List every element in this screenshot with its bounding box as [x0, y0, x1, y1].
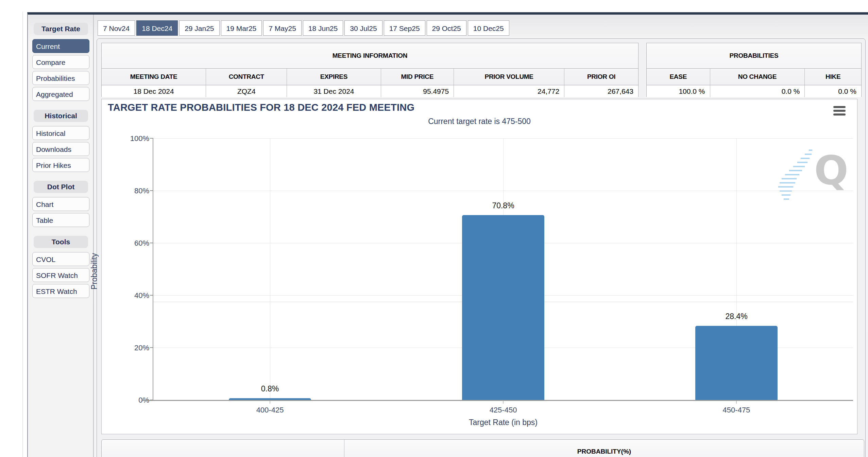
tab-29-oct25[interactable]: 29 Oct25	[427, 20, 466, 36]
ytick-label-80: 80%	[134, 187, 149, 195]
col-no-change: NO CHANGE	[710, 69, 805, 85]
col-mid-price: MID PRICE	[381, 69, 454, 85]
ytick-label-60: 60%	[134, 239, 149, 248]
bar-slot-450-475: 28.4%	[695, 139, 778, 400]
bar-value-400-425: 0.8%	[229, 384, 311, 393]
sidebar-item-aggregated[interactable]: Aggregated	[32, 87, 89, 101]
tab-7-nov24[interactable]: 7 Nov24	[98, 20, 135, 36]
cell-mid-price: 95.4975	[381, 85, 454, 97]
ytick-label-100: 100%	[130, 134, 149, 143]
cell-meeting-date: 18 Dec 2024	[102, 85, 206, 97]
sidebar-item-compare[interactable]: Compare	[32, 55, 89, 69]
bar-slot-400-425: 0.8%	[229, 139, 311, 400]
ytick-80	[150, 190, 153, 191]
probabilities-header-row: EASE NO CHANGE HIKE	[647, 68, 861, 85]
col-prior-volume: PRIOR VOLUME	[454, 69, 564, 85]
ytick-label-20: 20%	[134, 344, 149, 352]
ytick-20	[150, 347, 153, 348]
y-axis-title: Probability	[90, 237, 99, 305]
col-prior-oi: PRIOR OI	[564, 69, 638, 85]
sidebar-item-cvol[interactable]: CVOL	[32, 252, 89, 266]
bar-value-425-450: 70.8%	[462, 201, 544, 210]
chart-title: TARGET RATE PROBABILITIES FOR 18 DEC 202…	[108, 102, 414, 113]
meeting-information-header-row: MEETING DATE CONTRACT EXPIRES MID PRICE …	[102, 68, 638, 85]
tab-29-jan25[interactable]: 29 Jan25	[179, 20, 219, 36]
cell-prior-oi: 267,643	[564, 85, 638, 97]
sidebar-header-historical: Historical	[34, 110, 88, 122]
fedwatch-app: Target Rate Current Compare Probabilitie…	[27, 12, 868, 457]
bar-450-475[interactable]	[695, 326, 778, 400]
tab-17-sep25[interactable]: 17 Sep25	[384, 20, 425, 36]
x-axis-title: Target Rate (in bps)	[153, 418, 853, 427]
tab-19-mar25[interactable]: 19 Mar25	[221, 20, 262, 36]
bar-425-450[interactable]	[462, 215, 544, 400]
ytick-label-40: 40%	[134, 291, 149, 300]
col-hike: HIKE	[804, 69, 861, 85]
sidebar-item-downloads[interactable]: Downloads	[32, 142, 89, 156]
ytick-40	[150, 295, 153, 296]
tab-18-jun25[interactable]: 18 Jun25	[303, 20, 343, 36]
cell-prior-volume: 24,772	[454, 85, 564, 97]
sidebar-header-tools: Tools	[34, 236, 88, 248]
xcat-label-425-450: 425-450	[490, 406, 517, 415]
chart-menu-icon[interactable]	[833, 106, 846, 116]
bar-slot-425-450: 70.8%	[462, 139, 544, 400]
chart-subtitle: Current target rate is 475-500	[102, 117, 857, 126]
meeting-information-title: MEETING INFORMATION	[102, 43, 638, 68]
sidebar-item-sofr-watch[interactable]: SOFR Watch	[32, 268, 89, 282]
cell-ease: 100.0 %	[647, 85, 710, 97]
content-container: MEETING INFORMATION MEETING DATE CONTRAC…	[97, 38, 866, 457]
probabilities-title: PROBABILITIES	[647, 43, 861, 68]
sidebar-divider	[93, 15, 94, 457]
tab-18-dec24[interactable]: 18 Dec24	[136, 20, 178, 36]
page-left-divider	[22, 12, 23, 457]
col-ease: EASE	[647, 69, 710, 85]
sidebar-item-table[interactable]: Table	[32, 213, 89, 227]
sidebar-item-estr-watch[interactable]: ESTR Watch	[32, 284, 89, 298]
ytick-100	[150, 138, 153, 139]
meeting-information-panel: MEETING INFORMATION MEETING DATE CONTRAC…	[101, 43, 639, 97]
tab-7-may25[interactable]: 7 May25	[263, 20, 302, 36]
bottom-table-left-header	[102, 440, 344, 457]
col-contract: CONTRACT	[206, 69, 287, 85]
sidebar-item-current[interactable]: Current	[32, 39, 89, 53]
tab-30-jul25[interactable]: 30 Jul25	[344, 20, 382, 36]
cell-contract: ZQZ4	[206, 85, 287, 97]
tab-10-dec25[interactable]: 10 Dec25	[468, 20, 509, 36]
sidebar-item-historical[interactable]: Historical	[32, 126, 89, 140]
sidebar-item-probabilities[interactable]: Probabilities	[32, 71, 89, 85]
cell-expires: 31 Dec 2024	[287, 85, 380, 97]
plot-area: 0% 20% 40% 60% 80% 100% 0.8% 70.8% 28.4%	[153, 139, 853, 400]
ytick-60	[150, 243, 153, 243]
x-axis-line	[142, 400, 853, 401]
bar-value-450-475: 28.4%	[695, 312, 778, 321]
sidebar-header-target-rate: Target Rate	[34, 23, 88, 35]
sidebar-item-prior-hikes[interactable]: Prior Hikes	[32, 158, 89, 172]
cell-no-change: 0.0 %	[710, 85, 805, 97]
probabilities-panel: PROBABILITIES EASE NO CHANGE HIKE 100.0 …	[646, 43, 862, 97]
sidebar-header-dot-plot: Dot Plot	[34, 181, 88, 193]
sidebar-item-chart[interactable]: Chart	[32, 197, 89, 211]
col-meeting-date: MEETING DATE	[102, 69, 206, 85]
bottom-table-probability-header: PROBABILITY(%)	[344, 440, 864, 457]
xcat-label-450-475: 450-475	[723, 406, 750, 415]
target-rate-chart-panel: TARGET RATE PROBABILITIES FOR 18 DEC 202…	[101, 99, 857, 434]
bottom-probability-table: PROBABILITY(%)	[101, 439, 864, 457]
cell-hike: 0.0 %	[804, 85, 861, 97]
meeting-information-data-row: 18 Dec 2024 ZQZ4 31 Dec 2024 95.4975 24,…	[102, 85, 638, 97]
xcat-label-400-425: 400-425	[256, 406, 284, 415]
sidebar: Target Rate Current Compare Probabilitie…	[32, 23, 89, 300]
probabilities-data-row: 100.0 % 0.0 % 0.0 %	[647, 85, 861, 97]
meeting-date-tabs: 7 Nov24 18 Dec24 29 Jan25 19 Mar25 7 May…	[98, 20, 509, 36]
col-expires: EXPIRES	[287, 69, 380, 85]
